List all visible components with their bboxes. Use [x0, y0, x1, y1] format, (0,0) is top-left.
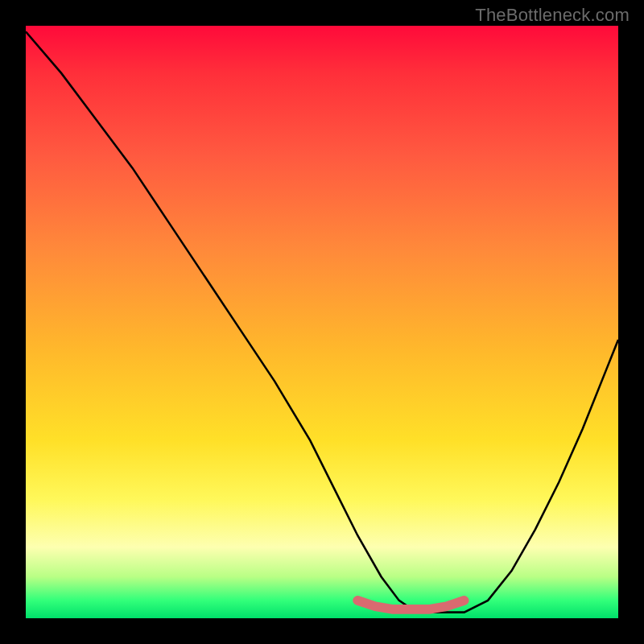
- plot-area: [26, 26, 618, 618]
- chart-svg: [26, 26, 618, 618]
- flat-marker-path: [357, 601, 464, 609]
- watermark-text: TheBottleneck.com: [475, 5, 630, 26]
- curve-path: [26, 31, 618, 612]
- chart-container: TheBottleneck.com: [0, 0, 644, 644]
